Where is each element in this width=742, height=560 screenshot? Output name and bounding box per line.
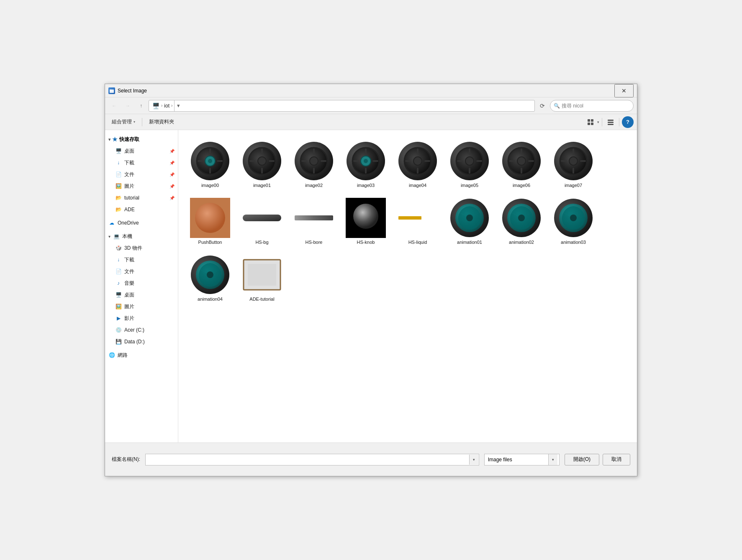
file-name-image01: image01 (253, 183, 271, 188)
file-item-hs-bg[interactable]: HS-bg (237, 194, 287, 249)
sidebar-item-tutorial[interactable]: 📂 tutorial 📌 (105, 192, 178, 204)
svg-point-55 (517, 157, 526, 165)
filename-input[interactable] (145, 454, 479, 465)
cancel-button[interactable]: 取消 (603, 454, 630, 465)
svg-rect-5 (591, 123, 593, 125)
new-folder-button[interactable]: 新增資料夾 (146, 116, 177, 128)
window-wrapper: Select Image ✕ ← → ↑ 🖥️ › iot › ▾ ⟳ 🔍 (0, 0, 742, 560)
file-item-image07[interactable]: image07 (548, 137, 598, 192)
sidebar-item-desktop1[interactable]: 🖥️ 桌面 📌 (105, 145, 178, 157)
file-item-image06[interactable]: image06 (496, 137, 547, 192)
onedrive-icon: ☁ (108, 220, 115, 226)
organize-label: 組合管理 (112, 118, 132, 125)
cancel-label: 取消 (611, 456, 621, 462)
svg-point-68 (195, 203, 225, 233)
file-name-image05: image05 (461, 183, 478, 188)
file-thumb-animation03 (553, 198, 593, 238)
quick-access-section: ▾ ★ 快速存取 🖥️ 桌面 📌 ↓ 下載 📌 (105, 133, 178, 215)
svg-rect-2 (588, 119, 590, 122)
driveD-icon: 💾 (115, 338, 122, 345)
sidebar-item-desktop2-label: 桌面 (124, 292, 134, 299)
file-name-hs-bg: HS-bg (255, 240, 268, 245)
sidebar-item-downloads2[interactable]: ↓ 下載 (105, 254, 178, 266)
file-thumb-image01 (242, 141, 282, 181)
sidebar-item-thispc[interactable]: ▾ 💻 本機 (105, 230, 178, 242)
sidebar-item-driveC[interactable]: 💿 Acer (C:) (105, 324, 178, 336)
file-item-image01[interactable]: image01 (237, 137, 287, 192)
file-item-image00[interactable]: image00 (185, 137, 235, 192)
file-thumb-image02 (294, 141, 334, 181)
sidebar-item-documents2[interactable]: 📄 文件 (105, 266, 178, 277)
details-view-button[interactable] (605, 116, 616, 128)
file-item-ade-tutorial[interactable]: ADE-tutorial (237, 251, 287, 306)
svg-rect-87 (248, 264, 276, 286)
network-section: 🌐 網路 (105, 349, 178, 361)
action-buttons: 開啟(O) 取消 (565, 454, 630, 465)
search-input[interactable] (562, 103, 630, 109)
file-item-hs-knob[interactable]: HS-knob (341, 194, 391, 249)
view-mode-button[interactable] (585, 116, 596, 128)
sidebar-item-music[interactable]: ♪ 音樂 (105, 277, 178, 289)
file-name-image06: image06 (513, 183, 530, 188)
sidebar-item-downloads1[interactable]: ↓ 下載 📌 (105, 157, 178, 169)
sidebar-item-driveD[interactable]: 💾 Data (D:) (105, 336, 178, 348)
pictures2-icon: 🖼️ (115, 303, 122, 310)
file-thumb-image05 (449, 141, 490, 181)
back-button[interactable]: ← (108, 100, 120, 112)
sidebar-item-music-label: 音樂 (124, 280, 134, 287)
filename-dropdown-button[interactable]: ▾ (469, 455, 478, 465)
organize-button[interactable]: 組合管理 ▾ (108, 116, 139, 128)
file-area: image00 (178, 130, 637, 442)
file-item-pushbutton[interactable]: PushButton (185, 194, 235, 249)
file-item-animation04[interactable]: animation04 (185, 251, 235, 306)
file-thumb-hs-liquid (398, 198, 438, 238)
path-dropdown-button[interactable]: ▾ (174, 100, 182, 112)
file-item-hs-bore[interactable]: HS-bore (289, 194, 339, 249)
sidebar-item-videos[interactable]: ▶ 影片 (105, 312, 178, 324)
file-name-animation01: animation01 (457, 240, 482, 245)
file-item-image05[interactable]: image05 (444, 137, 495, 192)
file-item-hs-liquid[interactable]: HS-liquid (393, 194, 443, 249)
sidebar-item-3d[interactable]: 🎲 3D 物件 (105, 242, 178, 254)
forward-button[interactable]: → (122, 100, 134, 112)
dialog: Select Image ✕ ← → ↑ 🖥️ › iot › ▾ ⟳ 🔍 (105, 84, 637, 476)
sidebar-item-thispc-label: 本機 (122, 233, 132, 240)
filetype-select[interactable]: Image files ▾ (484, 454, 560, 465)
sidebar-item-downloads1-label: 下載 (124, 159, 134, 166)
sidebar-item-network[interactable]: 🌐 網路 (105, 349, 178, 361)
computer-icon: 💻 (113, 233, 120, 240)
toolbar: 組合管理 ▾ 新增資料夾 ▾ (105, 114, 637, 130)
file-thumb-ade-tutorial (242, 255, 282, 295)
svg-rect-73 (398, 216, 421, 220)
sidebar-item-documents1[interactable]: 📄 文件 📌 (105, 169, 178, 180)
sidebar-item-onedrive[interactable]: ☁ OneDrive (105, 217, 178, 229)
file-item-animation02[interactable]: animation02 (496, 194, 547, 249)
sidebar-item-pictures2[interactable]: 🖼️ 圖片 (105, 301, 178, 312)
file-item-image04[interactable]: image04 (393, 137, 443, 192)
help-button[interactable]: ? (622, 116, 634, 128)
file-name-hs-bore: HS-bore (306, 240, 323, 245)
file-item-animation01[interactable]: animation01 (444, 194, 495, 249)
sidebar-item-pictures1[interactable]: 🖼️ 圖片 📌 (105, 180, 178, 192)
open-button[interactable]: 開啟(O) (565, 454, 599, 465)
file-thumb-hs-bore (294, 198, 334, 238)
file-item-image03[interactable]: image03 (341, 137, 391, 192)
sidebar-item-ade[interactable]: 📂 ADE (105, 204, 178, 215)
file-name-ade-tutorial: ADE-tutorial (249, 297, 274, 302)
svg-point-26 (310, 157, 318, 165)
title-bar: Select Image ✕ (105, 84, 637, 97)
driveC-icon: 💿 (115, 327, 122, 333)
file-item-image02[interactable]: image02 (289, 137, 339, 192)
file-item-animation03[interactable]: animation03 (548, 194, 598, 249)
filename-label: 檔案名稱(N): (112, 456, 140, 463)
sidebar-item-desktop2[interactable]: 🖥️ 桌面 (105, 289, 178, 301)
file-thumb-animation02 (501, 198, 542, 238)
close-button[interactable]: ✕ (614, 84, 634, 97)
up-button[interactable]: ↑ (135, 100, 147, 112)
pin-icon: 📌 (169, 149, 175, 153)
quick-access-header[interactable]: ▾ ★ 快速存取 (105, 133, 178, 145)
filetype-chevron-icon: ▾ (548, 454, 557, 465)
refresh-button[interactable]: ⟳ (537, 100, 548, 112)
search-box: 🔍 (550, 100, 634, 112)
search-icon: 🔍 (554, 103, 560, 109)
